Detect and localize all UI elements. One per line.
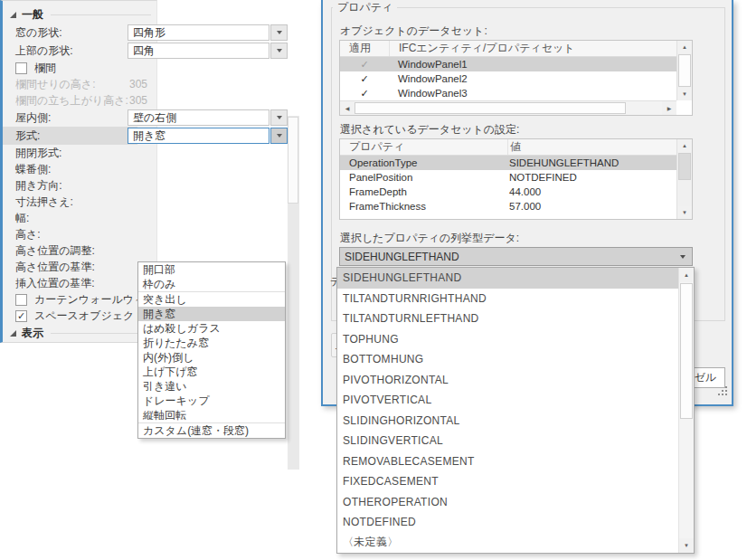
panel-scrollbar[interactable] [288,116,299,470]
table-row-selected[interactable]: ✓ WindowPanel1 [340,57,676,71]
section-divider [51,333,151,334]
dropdown-item[interactable]: 引き違い [138,379,285,394]
scroll-up-button[interactable]: ▲ [679,268,694,282]
scroll-up-icon: ▲ [684,272,689,278]
section-display[interactable]: 表示 [3,324,156,342]
dropdown-item[interactable]: BOTTOMHUNG [337,349,678,370]
chevron-down-icon [277,49,282,52]
vertical-scrollbar-thumb[interactable] [678,54,691,87]
dropdown-item[interactable]: 枠のみ [138,277,285,291]
dropdown-item[interactable]: PIVOTHORIZONTAL [337,370,678,391]
dropdown-item[interactable]: TILTANDTURNRIGHTHAND [337,289,678,309]
horizontal-scrollbar-thumb[interactable] [355,102,626,114]
check-icon: ✓ [340,89,389,99]
enum-combo[interactable]: SIDEHUNGLEFTHAND [339,247,693,266]
dropdown-item[interactable]: 折りたたみ窓 [138,336,285,350]
scroll-down-button[interactable]: ▼ [679,538,694,553]
dropdown-item[interactable]: ドレーキップ [138,394,285,408]
row-dimension-hold: 寸法押さえ: [3,194,156,210]
scroll-up-icon: ▲ [682,44,687,50]
check-icon: ✓ [340,74,389,84]
row-transom-checkbox: 欄間 [3,60,156,76]
row-format: 形式: 開き窓 [3,127,156,145]
enum-data-label: 選択したプロパティの列挙型データ: [340,231,519,246]
table-row-selected[interactable]: OperationType SIDEHUNGLEFTHAND [340,156,676,170]
settings-table-header: プロパティ 値 [340,139,676,156]
format-combo-button[interactable] [270,128,288,144]
dropdown-item-selected[interactable]: 開き窓 [138,307,285,321]
row-height: 高さ: [3,226,156,242]
transom-checkbox[interactable] [15,62,27,74]
dropdown-item[interactable]: FIXEDCASEMENT [337,471,678,492]
section-general-label: 一般 [22,7,43,23]
enum-dropdown-list: SIDEHUNGLEFTHAND TILTANDTURNRIGHTHAND TI… [336,267,695,554]
value-column-header: 値 [507,139,676,155]
format-dropdown-list: 開口部 枠のみ 突き出し 開き窓 はめ殺しガラス 折りたたみ窓 内(外)倒し 上… [137,261,286,439]
vertical-scrollbar[interactable]: ▲ ▼ [678,268,694,553]
dropdown-item[interactable]: TILTANDTURNLEFTHAND [337,308,678,329]
section-general[interactable]: 一般 [3,5,156,24]
row-spaceobject-checkbox: ✓ スペースオブジェクト [3,308,156,324]
table-row[interactable]: FrameDepth 44.000 [340,185,676,199]
check-icon: ✓ [17,311,25,321]
dropdown-item[interactable]: 開口部 [138,262,285,277]
vertical-scrollbar[interactable]: ▲ ▼ [676,139,692,219]
dropdown-item[interactable]: SLIDINGHORIZONTAL [337,411,678,432]
scroll-down-icon: ▼ [682,210,687,215]
vertical-scrollbar[interactable]: ▲ ▼ [676,41,692,100]
row-height-reference: 高さ位置の基準: [3,259,156,275]
panel-scrollbar-thumb[interactable] [288,117,298,204]
table-row[interactable]: FrameThickness 57.000 [340,199,676,214]
scroll-up-icon: ▲ [682,143,687,148]
horizontal-scrollbar-track[interactable] [626,101,662,115]
scroll-down-button[interactable]: ▼ [677,206,692,219]
table-row[interactable]: ✓ WindowPanel2 [340,71,676,86]
scroll-down-button[interactable]: ▼ [677,88,692,100]
scroll-right-button[interactable]: ▶ [662,101,676,115]
dropdown-item[interactable]: REMOVABLECASEMENT [337,451,678,472]
window-shape-combo-button[interactable] [270,24,288,41]
row-transom-rise-height: 欄間の立ち上がり高さ: 305 [3,92,156,109]
dropdown-item-selected[interactable]: SIDEHUNGLEFTHAND [337,268,678,289]
dropdown-item[interactable]: OTHEROPERATION [337,492,678,513]
scroll-down-icon: ▼ [682,91,687,97]
scroll-left-button[interactable]: ◀ [340,101,355,115]
chevron-down-icon [277,116,282,119]
dropdown-item[interactable]: SLIDINGVERTICAL [337,431,678,451]
top-shape-combo[interactable]: 四角 [128,43,269,59]
dropdown-item[interactable]: 〈未定義〉 [337,533,678,554]
row-opening-direction: 開き方向: [3,177,156,194]
window-shape-combo[interactable]: 四角形 [128,24,269,41]
dropdown-item[interactable]: TOPHUNG [337,329,678,350]
dropdown-item[interactable]: 縦軸回転 [138,408,285,422]
curtainwall-checkbox[interactable] [15,294,27,306]
table-row[interactable]: ✓ WindowPanel3 [340,86,676,100]
scroll-up-button[interactable]: ▲ [677,41,692,53]
interior-side-combo-button[interactable] [270,109,288,126]
window-settings-panel: 一般 窓の形状: 四角形 上部の形状: 四角 欄間 欄間せりの高さ: 305 欄… [0,0,157,343]
interior-side-combo[interactable]: 壁の右側 [128,109,269,126]
scroll-up-button[interactable]: ▲ [677,139,692,152]
row-curtainwall-checkbox: カーテンウォールウィン [3,291,156,308]
format-combo[interactable]: 開き窓 [128,128,269,144]
vertical-scrollbar-thumb[interactable] [678,153,691,180]
vertical-scrollbar-thumb[interactable] [680,283,693,419]
dropdown-item[interactable]: カスタム(連窓・段窓) [138,423,285,438]
table-row[interactable]: PanelPosition NOTDEFINED [340,170,676,185]
dropdown-item[interactable]: はめ殺しガラス [138,321,285,336]
dropdown-item[interactable]: 上げ下げ窓 [138,365,285,379]
chevron-down-icon [680,255,686,259]
dropdown-item[interactable]: 内(外)倒し [138,350,285,365]
horizontal-scrollbar[interactable]: ◀ ▶ [340,100,676,115]
dropdown-item[interactable]: NOTDEFINED [337,512,678,533]
dropdown-item[interactable]: 突き出し [138,292,285,307]
vertical-scrollbar-track[interactable] [679,420,694,538]
expander-icon [10,12,16,18]
section-display-label: 表示 [22,326,43,341]
top-shape-combo-button[interactable] [270,43,288,59]
spaceobject-checkbox[interactable]: ✓ [15,310,27,322]
dataset-settings-label: 選択されているデータセットの設定: [340,122,519,138]
resize-grip-icon[interactable] [718,386,729,397]
dropdown-item[interactable]: PIVOTVERTICAL [337,390,678,411]
vertical-scrollbar-track[interactable] [677,181,692,206]
